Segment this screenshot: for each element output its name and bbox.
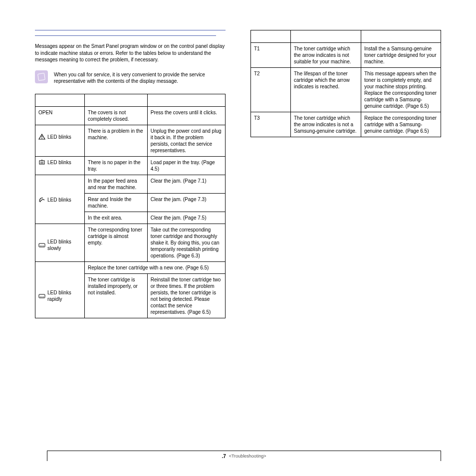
paper-tray-icon xyxy=(38,159,45,165)
solution-cell: Install the a Samsung-genuine toner cart… xyxy=(361,43,441,68)
solution-cell: Replace the corresponding toner cartridg… xyxy=(361,112,441,137)
message-cell: LED blinks slowly xyxy=(35,224,85,261)
table-row: OPEN The covers is not completely closed… xyxy=(35,106,226,125)
meaning-cell: The toner cartridge is installed imprope… xyxy=(85,273,148,318)
solution-cell: Clear the jam. (Page 7.3) xyxy=(147,193,225,212)
svg-point-10 xyxy=(40,296,41,297)
meaning-cell: The lifespan of the toner cartridge whic… xyxy=(291,68,361,112)
solution-cell: Take out the corresponding toner cartrid… xyxy=(147,224,225,261)
table-row: LED blinks rapidly Replace the toner car… xyxy=(35,261,226,273)
message-cell: LED blinks rapidly xyxy=(35,261,85,318)
table-row: LED blinks There is no paper in the tray… xyxy=(35,156,226,175)
meaning-cell: The toner cartridge which the arrow indi… xyxy=(291,112,361,137)
table-row: LED blinks slowly The corresponding tone… xyxy=(35,224,226,261)
note-callout: When you call for service, it is very co… xyxy=(35,70,226,85)
message-cell: LED blinks xyxy=(35,175,85,224)
table-header xyxy=(361,30,441,43)
table-header xyxy=(35,94,85,106)
page-number: .7 xyxy=(222,454,226,459)
warning-triangle-icon xyxy=(38,134,45,140)
solution-cell: Reinstall the toner cartridge two or thr… xyxy=(147,273,225,318)
message-cell: T1 xyxy=(251,43,291,68)
solution-cell: Clear the jam. (Page 7.5) xyxy=(147,212,225,224)
svg-rect-5 xyxy=(39,243,45,247)
message-cell: OPEN xyxy=(35,106,85,125)
two-column-layout: Messages appear on the Smart Panel progr… xyxy=(35,30,441,318)
led-label: LED blinks xyxy=(47,159,71,166)
page: Messages appear on the Smart Panel progr… xyxy=(0,0,476,476)
left-column: Messages appear on the Smart Panel progr… xyxy=(35,30,226,318)
table-header xyxy=(251,30,291,43)
toner-icon xyxy=(38,242,45,248)
table-header-row xyxy=(251,30,441,43)
note-icon xyxy=(35,70,48,83)
led-label: LED blinks xyxy=(47,134,71,140)
meaning-cell: There is no paper in the tray. xyxy=(85,156,148,175)
intro-paragraph: Messages appear on the Smart Panel progr… xyxy=(35,43,226,63)
led-label: LED blinks xyxy=(47,197,71,203)
table-header-row xyxy=(35,94,226,106)
table-row: T2 The lifespan of the toner cartridge w… xyxy=(251,68,441,112)
svg-point-1 xyxy=(41,138,42,139)
footer-bar: .7 <Troubleshooting> xyxy=(47,451,441,461)
message-cell: T3 xyxy=(251,112,291,137)
table-row: T3 The toner cartridge which the arrow i… xyxy=(251,112,441,137)
meaning-cell: The covers is not completely closed. xyxy=(85,106,148,125)
note-text: When you call for service, it is very co… xyxy=(54,70,226,85)
solution-cell: Load paper in the tray. (Page 4.5) xyxy=(147,156,225,175)
page-footer: .7 <Troubleshooting> xyxy=(47,451,441,461)
section-rule xyxy=(35,30,226,30)
section-rule xyxy=(35,35,216,36)
message-cell: LED blinks xyxy=(35,156,85,175)
svg-rect-2 xyxy=(39,161,44,164)
message-cell: T2 xyxy=(251,68,291,112)
messages-table-right: T1 The toner cartridge which the arrow i… xyxy=(250,30,441,137)
led-label: LED blinks slowly xyxy=(47,238,81,251)
table-row: T1 The toner cartridge which the arrow i… xyxy=(251,43,441,68)
meaning-cell: The toner cartridge which the arrow indi… xyxy=(291,43,361,68)
right-column: T1 The toner cartridge which the arrow i… xyxy=(250,30,441,318)
table-header xyxy=(147,94,225,106)
svg-point-8 xyxy=(43,245,44,246)
svg-point-6 xyxy=(40,245,41,246)
meaning-cell: Rear and Inside the machine. xyxy=(85,193,148,212)
meaning-cell: The corresponding toner cartridge is alm… xyxy=(85,224,148,261)
merged-cell: Replace the toner cartridge with a new o… xyxy=(85,261,226,273)
meaning-cell: In the exit area. xyxy=(85,212,148,224)
paper-jam-icon xyxy=(38,197,45,203)
toner-icon xyxy=(38,293,45,299)
svg-point-12 xyxy=(43,296,44,297)
meaning-cell: In the paper feed area and rear the mach… xyxy=(85,175,148,193)
messages-table-left: OPEN The covers is not completely closed… xyxy=(35,94,226,318)
led-label: LED blinks rapidly xyxy=(47,289,81,302)
table-row: LED blinks In the paper feed area and re… xyxy=(35,175,226,193)
solution-cell: Press the covers until it clicks. xyxy=(147,106,225,125)
solution-cell: This message appears when the toner is c… xyxy=(361,68,441,112)
meaning-cell: There is a problem in the machine. xyxy=(85,125,148,156)
svg-point-7 xyxy=(41,245,42,246)
table-header xyxy=(85,94,148,106)
message-cell: LED blinks xyxy=(35,125,85,156)
solution-cell: Unplug the power cord and plug it back i… xyxy=(147,125,225,156)
section-name: <Troubleshooting> xyxy=(229,454,266,459)
table-header xyxy=(291,30,361,43)
table-row: LED blinks There is a problem in the mac… xyxy=(35,125,226,156)
svg-rect-9 xyxy=(39,294,45,298)
svg-point-11 xyxy=(41,296,42,297)
solution-cell: Clear the jam. (Page 7.1) xyxy=(147,175,225,193)
